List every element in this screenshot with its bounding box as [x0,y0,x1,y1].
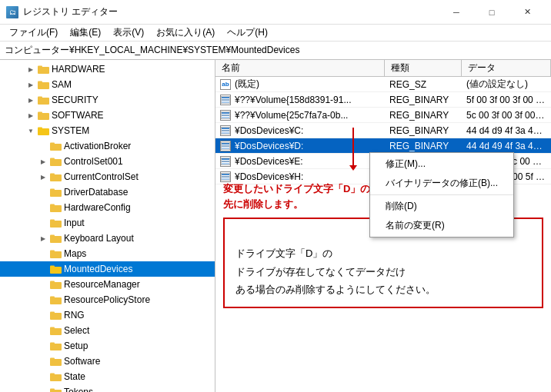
col-header-name[interactable]: 名前 [215,60,385,76]
context-menu-item[interactable]: 削除(D) [370,197,513,216]
context-menu-item[interactable]: バイナリデータの修正(B)... [370,174,513,193]
col-header-type[interactable]: 種類 [385,60,462,76]
reg-cell-type: REG_BINARY [385,110,462,121]
tree-label-mounteddevices: MountedDevices [64,264,132,274]
reg-cell-name: ¥??¥Volume{158d8391-91... [215,95,385,105]
svg-rect-43 [50,389,55,391]
tree-item-activationbroker[interactable]: ActivationBroker [0,138,215,154]
app-icon: 🗂 [6,6,18,18]
tree-label-hardware: HARDWARE [52,64,105,75]
arrow-head [349,165,357,171]
svg-rect-53 [222,112,229,114]
svg-rect-39 [50,358,55,360]
tree-arrow-system [25,125,37,137]
context-menu-item[interactable]: 名前の変更(R) [370,216,513,235]
folder-icon-sam [37,78,49,91]
tree-item-system[interactable]: SYSTEM [0,123,215,138]
tree-label-controlset001: ControlSet001 [64,156,123,167]
folder-icon-resourcepolicystore [49,294,62,306]
reg-type-icon [220,110,231,121]
menu-help[interactable]: ヘルプ(H) [221,25,274,42]
folder-icon-state [49,370,62,383]
svg-rect-27 [50,266,55,268]
svg-rect-29 [50,281,55,284]
context-menu: 修正(M)...バイナリデータの修正(B)...削除(D)名前の変更(R) [369,152,514,238]
reg-cell-name: ¥??¥Volume{25c7fa7a-0b... [215,110,385,121]
tree-item-input[interactable]: Input [0,215,215,231]
svg-rect-67 [222,163,229,164]
svg-rect-49 [222,97,229,98]
tree-item-tokens[interactable]: Tokens [0,384,215,392]
reg-cell-type: REG_BINARY [385,141,462,151]
svg-rect-70 [222,176,229,178]
tree-label-resourcepolicystore: ResourcePolicyStore [64,294,150,305]
svg-rect-37 [50,343,55,345]
menu-favorites[interactable]: お気に入り(A) [150,25,221,42]
svg-rect-31 [50,297,55,299]
maximize-button[interactable]: □ [474,0,509,25]
tree-item-maps[interactable]: Maps [0,246,215,261]
folder-icon-activationbroker [49,140,62,152]
table-row[interactable]: ab(既定)REG_SZ(値の設定なし) [215,77,551,92]
svg-rect-54 [222,115,229,116]
tree-label-security: SECURITY [52,95,99,105]
svg-rect-41 [50,374,55,376]
tree-item-rng[interactable]: RNG [0,307,215,323]
svg-rect-58 [222,130,229,131]
reg-cell-name: ¥DosDevices¥C: [215,125,385,136]
tree-item-sam[interactable]: SAM [0,77,215,92]
menu-view[interactable]: 表示(V) [107,25,150,42]
tree-arrow-software [25,109,37,121]
minimize-button[interactable]: ─ [439,0,474,25]
tree-item-driverdatabase[interactable]: DriverDatabase [0,184,215,200]
folder-icon-setup [49,340,62,352]
folder-icon-rng [49,309,62,321]
menu-edit[interactable]: 編集(E) [64,25,107,42]
close-button[interactable]: ✕ [509,0,545,25]
tree-item-software2[interactable]: Software [0,354,215,369]
tree-item-hardware[interactable]: HARDWARE [0,61,215,77]
table-row[interactable]: ¥DosDevices¥D:REG_BINARY44 4d 49 4f 3a 4… [215,138,551,154]
tree-item-hardwareconfig[interactable]: HardwareConfig [0,200,215,215]
reg-cell-name: ¥DosDevices¥D: [215,141,385,151]
tree-item-software[interactable]: SOFTWARE [0,108,215,123]
title-bar: 🗂 レジストリ エディター ─ □ ✕ [0,0,551,25]
reg-cell-data: 44 d4 d9 4f 3a 49 44 3a db [462,125,551,136]
tree-item-security[interactable]: SECURITY [0,92,215,108]
reg-type-icon [220,141,231,151]
menu-file[interactable]: ファイル(F) [3,25,64,42]
tree-item-resourcemanager[interactable]: ResourceManager [0,277,215,292]
tree-item-state[interactable]: State [0,369,215,384]
tree-item-mounteddevices[interactable]: MountedDevices [0,261,215,277]
folder-icon-security [37,94,49,106]
svg-rect-35 [50,327,55,330]
reg-type-icon [220,95,231,105]
context-menu-item[interactable]: 修正(M)... [370,154,513,174]
svg-rect-59 [222,132,229,134]
tree-item-controlset001[interactable]: ControlSet001 [0,154,215,169]
reg-cell-type: REG_BINARY [385,125,462,136]
tree-item-resourcepolicystore[interactable]: ResourcePolicyStore [0,292,215,307]
tree-arrow-keyboardlayout [37,232,49,244]
svg-rect-71 [222,178,229,180]
tree-panel[interactable]: HARDWARE SAM SECURITY SOFTWARE SYSTEM Ac… [0,60,215,392]
table-row[interactable]: ¥DosDevices¥C:REG_BINARY44 d4 d9 4f 3a 4… [215,123,551,138]
folder-icon-system [37,125,49,137]
right-panel: 名前 種類 データ ab(既定)REG_SZ(値の設定なし)¥??¥Volume… [215,60,551,392]
tree-item-keyboardlayout[interactable]: Keyboard Layout [0,231,215,246]
table-row[interactable]: ¥??¥Volume{25c7fa7a-0b...REG_BINARY5c 00… [215,108,551,123]
tree-label-driverdatabase: DriverDatabase [64,187,128,198]
reg-type-icon [220,125,231,136]
col-header-data[interactable]: データ [462,60,551,76]
tree-label-state: State [64,371,85,382]
tree-item-setup[interactable]: Setup [0,338,215,354]
tree-item-select[interactable]: Select [0,323,215,338]
tree-item-currentcontrolset[interactable]: CurrentControlSet [0,169,215,184]
svg-rect-7 [38,112,42,115]
tree-label-setup: Setup [64,341,88,351]
reg-name-text: ¥DosDevices¥E: [235,156,303,167]
table-row[interactable]: ¥??¥Volume{158d8391-91...REG_BINARY5f 00… [215,92,551,108]
reg-cell-data: 5f 00 3f 00 3f 00 5f 00 55 6 [462,95,551,105]
reg-cell-name: ab(既定) [215,78,385,91]
title-bar-left: 🗂 レジストリ エディター [6,5,118,18]
